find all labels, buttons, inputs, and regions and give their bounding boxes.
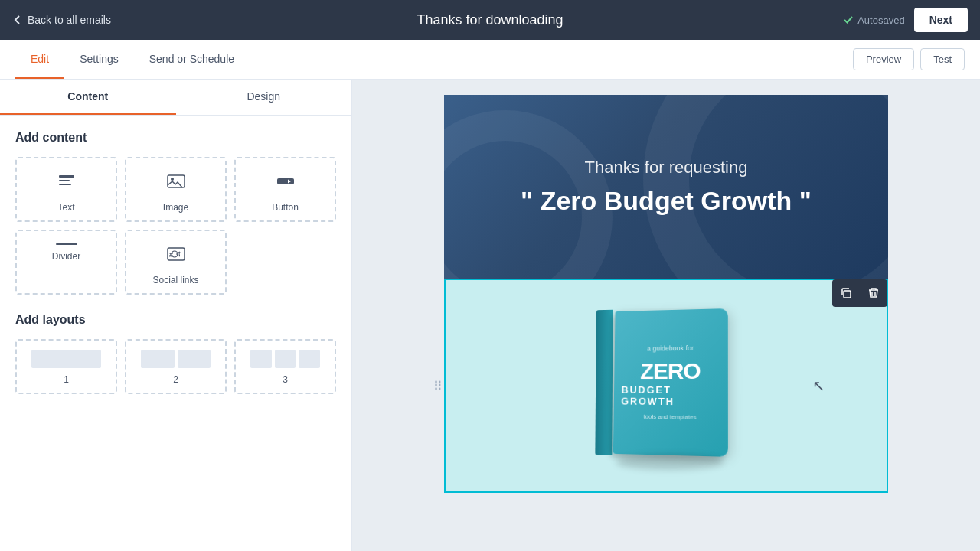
email-container: Thanks for requesting " Zero Budget Grow… [444,95,888,493]
email-header-subtitle: Thanks for requesting [585,158,748,178]
preview-button[interactable]: Preview [853,48,914,70]
layout-1-label: 1 [64,374,69,385]
block-toolbar [832,279,887,307]
social-block-label: Social links [152,275,198,285]
tab-send-or-schedule[interactable]: Send or Schedule [134,40,250,79]
sidebar-tab-design[interactable]: Design [176,80,352,115]
check-icon [843,15,854,25]
tab-edit[interactable]: Edit [15,40,64,79]
book-image: a guidebook for ZERO BUDGET GROWTH tools… [590,302,743,470]
chevron-left-icon [12,15,23,25]
email-header-block[interactable]: Thanks for requesting " Zero Budget Grow… [444,95,888,279]
layout-2-col[interactable]: 2 [125,339,227,394]
back-to-emails-link[interactable]: Back to all emails [12,14,111,26]
sidebar-content-panel: Add content Text [0,116,351,409]
layout-1-col[interactable]: 1 [15,339,117,394]
book-text-bottom: tools and templates [643,412,696,420]
content-block-divider[interactable]: Divider [15,230,117,295]
layout-2-preview [141,350,210,368]
back-label: Back to all emails [28,14,111,26]
text-block-label: Text [57,202,74,213]
add-content-title: Add content [15,131,336,145]
divider-block-label: Divider [52,251,80,262]
autosaved-label: Autosaved [858,15,904,26]
svg-rect-3 [168,175,185,187]
social-block-icon: # [165,243,187,269]
sidebar-tab-content[interactable]: Content [0,80,176,115]
test-button[interactable]: Test [920,48,965,70]
layout-3-preview [250,350,319,368]
book-body: a guidebook for ZERO BUDGET GROWTH tools… [613,308,728,457]
content-blocks-grid: Text Image [15,157,336,295]
book-shadow [616,455,724,470]
add-layouts-title: Add layouts [15,313,336,327]
next-button[interactable]: Next [914,8,968,32]
main-layout: Content Design Add content Text [0,80,980,551]
email-image-block[interactable]: ⠿ [444,279,888,493]
layout-3-label: 3 [283,374,288,385]
book-spine [595,310,612,455]
sidebar-tab-group: Content Design [0,80,351,116]
delete-block-button[interactable] [860,279,887,307]
content-block-social[interactable]: # Social links [125,230,227,295]
layout-2-label: 2 [173,374,178,385]
button-block-icon [275,171,296,196]
tab-actions: Preview Test [853,48,965,70]
svg-rect-5 [277,178,294,184]
secondary-nav: Edit Settings Send or Schedule Preview T… [0,40,980,80]
button-block-label: Button [272,202,299,213]
sidebar: Content Design Add content Text [0,80,352,551]
svg-rect-0 [59,175,74,178]
email-header-title: " Zero Budget Growth " [521,185,812,217]
svg-rect-1 [59,180,70,181]
book-text-top: a guidebook for [647,344,694,352]
canvas-area: Thanks for requesting " Zero Budget Grow… [352,80,980,551]
book-title-zero: ZERO [640,357,701,383]
copy-icon [840,287,852,299]
tab-group: Edit Settings Send or Schedule [15,40,250,79]
email-title: Thanks for downloading [416,12,563,28]
drag-handle[interactable]: ⠿ [433,379,443,393]
svg-rect-2 [59,184,71,185]
autosaved-indicator: Autosaved [843,15,904,26]
layout-1-preview [31,350,100,368]
content-block-text[interactable]: Text [15,157,117,222]
text-block-icon [56,171,77,196]
trash-icon [867,287,880,299]
book-title-budget: BUDGET GROWTH [621,383,720,407]
layout-3-col[interactable]: 3 [234,339,336,394]
content-block-image[interactable]: Image [125,157,227,222]
tab-settings[interactable]: Settings [64,40,134,79]
image-block-icon [165,171,187,196]
content-block-button[interactable]: Button [234,157,336,222]
svg-rect-8 [844,291,851,298]
image-block-label: Image [163,202,188,213]
cursor-icon: ↖ [812,377,825,395]
layouts-grid: 1 2 3 [15,339,336,394]
top-nav-actions: Autosaved Next [843,8,968,32]
top-nav-bar: Back to all emails Thanks for downloadin… [0,0,980,40]
copy-block-button[interactable] [832,279,860,307]
divider-block-icon [56,243,77,245]
svg-point-4 [171,178,174,181]
